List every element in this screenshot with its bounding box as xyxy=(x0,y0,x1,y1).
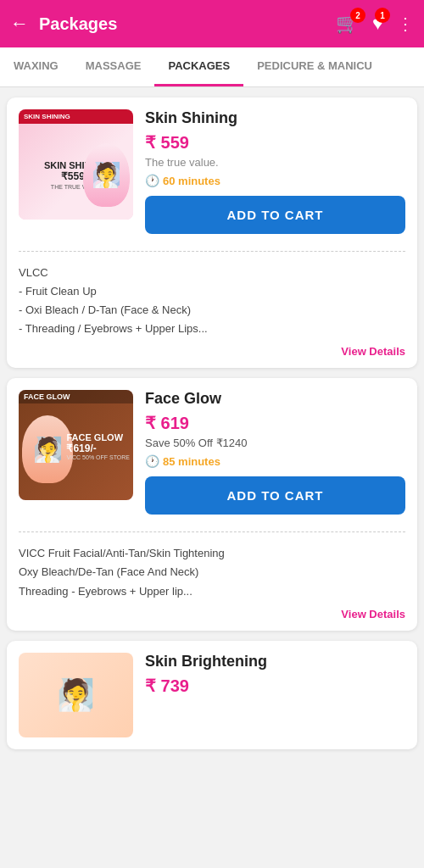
header: ← Packages 🛒 2 ♥ 1 ⋮ xyxy=(0,0,424,47)
tab-pedicure[interactable]: PEDICURE & MANICU xyxy=(243,47,386,86)
wishlist-icon[interactable]: ♥ 1 xyxy=(372,13,383,35)
cart-icon[interactable]: 🛒 2 xyxy=(336,13,359,35)
product-tagline: The true value. xyxy=(145,156,405,169)
wishlist-badge: 1 xyxy=(375,8,390,23)
product-info-skin-brightening: Skin Brightening ₹ 739 xyxy=(145,653,405,699)
product-name: Skin Shining xyxy=(145,109,405,127)
product-price: ₹ 559 xyxy=(145,132,405,153)
tab-massage[interactable]: MASSAGE xyxy=(72,47,155,86)
product-image-face-glow: FACE GLOW 🧖 FACE GLOW ₹619/- VICC 50% OF… xyxy=(19,390,133,500)
more-options-icon[interactable]: ⋮ xyxy=(397,14,414,34)
product-price: ₹ 619 xyxy=(145,413,405,433)
card-divider xyxy=(19,531,405,532)
view-details-link-face-glow[interactable]: View Details xyxy=(7,603,417,620)
header-icons: 🛒 2 ♥ 1 ⋮ xyxy=(336,13,414,35)
product-duration: 🕐 85 minutes xyxy=(145,454,405,468)
cart-badge: 2 xyxy=(350,8,365,23)
product-save: Save 50% Off ₹1240 xyxy=(145,437,405,449)
product-card-skin-shining: SKIN SHINING SKIN SHINING ₹559/- THE TRU… xyxy=(7,97,417,368)
product-image-skin-brightening: 🧖 xyxy=(19,653,133,737)
product-info-skin-shining: Skin Shining ₹ 559 The true value. 🕐 60 … xyxy=(145,109,405,234)
add-to-cart-button-skin-shining[interactable]: ADD TO CART xyxy=(145,196,405,234)
card-divider xyxy=(19,251,405,252)
product-info-face-glow: Face Glow ₹ 619 Save 50% Off ₹1240 🕐 85 … xyxy=(145,390,405,515)
product-name: Face Glow xyxy=(145,390,405,408)
product-card-skin-brightening: 🧖 Skin Brightening ₹ 739 xyxy=(7,641,417,749)
product-description-skin-shining: VLCC - Fruit Clean Up - Oxi Bleach / D-T… xyxy=(7,260,417,340)
product-duration: 🕐 60 minutes xyxy=(145,174,405,187)
tab-packages[interactable]: PACKAGES xyxy=(154,47,243,86)
clock-icon: 🕐 xyxy=(145,174,159,187)
add-to-cart-button-face-glow[interactable]: ADD TO CART xyxy=(145,476,405,515)
product-description-face-glow: VICC Fruit Facial/Anti-Tan/Skin Tighteni… xyxy=(7,541,417,602)
product-name: Skin Brightening xyxy=(145,653,405,670)
clock-icon: 🕐 xyxy=(145,454,159,468)
tab-waxing[interactable]: WAXING xyxy=(0,47,72,86)
page-title: Packages xyxy=(39,14,336,34)
product-price: ₹ 739 xyxy=(145,676,405,696)
product-card-face-glow: FACE GLOW 🧖 FACE GLOW ₹619/- VICC 50% OF… xyxy=(7,378,417,630)
view-details-link-skin-shining[interactable]: View Details xyxy=(7,340,417,358)
back-button[interactable]: ← xyxy=(10,13,29,35)
product-image-skin-shining: SKIN SHINING SKIN SHINING ₹559/- THE TRU… xyxy=(19,109,133,220)
category-tabs: WAXING MASSAGE PACKAGES PEDICURE & MANIC… xyxy=(0,47,424,87)
